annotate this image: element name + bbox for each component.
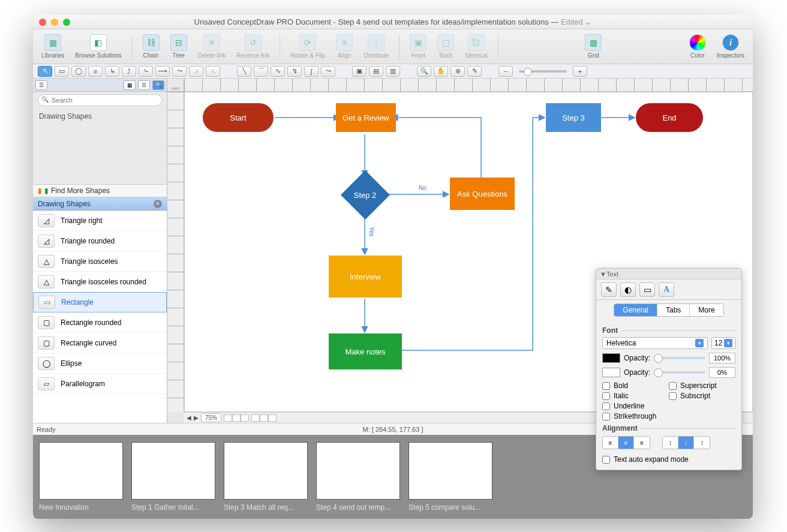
panel-search-toggle[interactable]: 🔍 xyxy=(152,80,164,90)
ellipse-tool[interactable]: ◯ xyxy=(71,66,86,77)
zoom-in-button[interactable]: + xyxy=(573,66,587,77)
node-ask[interactable]: Ask Questions xyxy=(450,178,515,210)
inspector-tab-line-icon[interactable]: ▭ xyxy=(639,282,655,297)
curve-tool[interactable]: ∿ xyxy=(271,66,285,77)
close-window-button[interactable] xyxy=(39,19,46,26)
shapes-search-input[interactable] xyxy=(38,94,162,106)
shape-item-triangle-isosceles-rounded[interactable]: △Triangle isosceles rounded xyxy=(33,272,167,292)
view-segments-2[interactable] xyxy=(251,414,277,422)
node-step2[interactable]: Step 2 xyxy=(341,170,390,220)
zoom-value[interactable]: 75% xyxy=(201,413,221,422)
arc-tool[interactable]: ⌒ xyxy=(254,66,268,77)
rotate-flip-button[interactable]: ⟳Rotate & Flip xyxy=(288,33,328,60)
bg-color-swatch[interactable] xyxy=(602,368,620,377)
node-start[interactable]: Start xyxy=(203,103,274,132)
find-more-shapes[interactable]: ▮▮ Find More Shapes xyxy=(33,184,167,197)
shape-item-rectangle[interactable]: ▭Rectangle xyxy=(33,292,167,312)
shape-item-triangle-rounded[interactable]: ◿Triangle rounded xyxy=(33,231,167,251)
italic-checkbox[interactable]: Italic xyxy=(602,392,669,400)
superscript-checkbox[interactable]: Superscript xyxy=(669,381,735,390)
page-thumb[interactable]: Step 4 send out temp... xyxy=(316,442,400,512)
eyedrop-tool[interactable]: ✎ xyxy=(467,66,482,77)
inspector-tab-fill-icon[interactable]: ✎ xyxy=(601,282,617,297)
opacity-slider-2[interactable] xyxy=(654,371,705,374)
connector-tool-5[interactable]: ⤳ xyxy=(172,66,187,77)
distribute-button[interactable]: ⋮Distribute xyxy=(361,33,391,60)
reverse-link-button[interactable]: ↺Reverse link xyxy=(234,33,272,60)
node-end[interactable]: End xyxy=(636,103,703,132)
zoom-tool[interactable]: 🔍 xyxy=(417,66,431,77)
underline-checkbox[interactable]: Underline xyxy=(602,402,669,410)
opacity-slider-1[interactable]: .op-slider:nth-of-type(1)::after{left:ca… xyxy=(654,357,705,359)
close-category-icon[interactable]: × xyxy=(154,200,162,208)
front-button[interactable]: ▣Front xyxy=(407,33,429,60)
connector-tool-3[interactable]: ⤷ xyxy=(139,66,153,77)
opacity-value-1[interactable]: 100% xyxy=(709,353,735,363)
zoom-slider[interactable] xyxy=(519,70,567,73)
bold-checkbox[interactable]: Bold xyxy=(602,381,669,390)
node-interview[interactable]: Interview xyxy=(329,256,402,297)
shape-item-triangle-isosceles[interactable]: △Triangle isosceles xyxy=(33,251,167,272)
stamp-tool[interactable]: ⊕ xyxy=(450,66,465,77)
libraries-button[interactable]: ▦Libraries xyxy=(39,33,67,60)
font-size-input[interactable]: 12▾ xyxy=(711,337,735,349)
node-review[interactable]: Get a Review xyxy=(336,103,396,132)
group-tool-3[interactable]: ▥ xyxy=(386,66,400,77)
shape-item-triangle-right[interactable]: ◿Triangle right xyxy=(33,211,167,231)
bezier-tool[interactable]: ⤳ xyxy=(321,66,335,77)
shape-item-parallelogram[interactable]: ▱Parallelogram xyxy=(33,374,167,394)
node-notes[interactable]: Make notes xyxy=(329,333,402,369)
panel-view-grid[interactable]: ▦ xyxy=(124,80,136,90)
delete-link-button[interactable]: ✕Delete link xyxy=(196,33,229,60)
shapes-category-header[interactable]: Drawing Shapes× xyxy=(33,197,167,211)
grid-button[interactable]: ▦Grid xyxy=(582,33,604,60)
color-button[interactable]: Color xyxy=(687,33,708,60)
group-tool-2[interactable]: ▤ xyxy=(369,66,383,77)
page-thumb[interactable]: Step 3 Match all req... xyxy=(224,442,308,512)
opacity-value-2[interactable]: 0% xyxy=(709,367,735,378)
zoom-out-button[interactable]: − xyxy=(498,66,513,77)
v-align-segment[interactable]: ⫶⫶⫶ xyxy=(662,436,710,449)
inspector-tab-shadow-icon[interactable]: ◐ xyxy=(620,282,636,297)
connector-tool-6[interactable]: ⟋ xyxy=(189,66,203,77)
group-tool-1[interactable]: ▣ xyxy=(352,66,367,77)
chain-button[interactable]: ⛓Chain xyxy=(140,33,162,60)
page-thumb[interactable]: Step 1 Gather inital... xyxy=(131,442,215,512)
text-inspector[interactable]: ▼Text ✎ ◐ ▭ A General Tabs More Font Hel… xyxy=(596,268,742,470)
line-tool[interactable]: ╲ xyxy=(237,66,251,77)
maximize-window-button[interactable] xyxy=(63,19,70,26)
panel-view-1[interactable]: ☰ xyxy=(35,80,47,90)
font-family-select[interactable]: Helvetica▾ xyxy=(602,337,708,349)
pan-tool[interactable]: ✋ xyxy=(434,66,448,77)
connector-tool-2[interactable]: ⤴ xyxy=(122,66,136,77)
shape-item-ellipse[interactable]: ◯Ellipse xyxy=(33,353,167,374)
subscript-checkbox[interactable]: Subscript xyxy=(669,392,735,400)
shape-item-rectangle-rounded[interactable]: ▢Rectangle rounded xyxy=(33,312,167,333)
page-thumb[interactable]: Step 5 compare solu... xyxy=(408,442,492,512)
connector-tool-7[interactable]: ⟍ xyxy=(206,66,220,77)
view-segments[interactable] xyxy=(224,414,249,422)
rect-tool[interactable]: ▭ xyxy=(55,66,69,77)
align-button[interactable]: ≡Align xyxy=(334,33,355,60)
node-step3[interactable]: Step 3 xyxy=(546,103,601,132)
auto-expand-checkbox[interactable]: Text auto expand mode xyxy=(602,455,735,464)
back-button[interactable]: ▢Back xyxy=(435,33,456,60)
inspector-subtabs[interactable]: General Tabs More xyxy=(614,303,723,317)
connector-tool-1[interactable]: ↳ xyxy=(105,66,119,77)
minimize-window-button[interactable] xyxy=(51,19,58,26)
nav-prev-icon[interactable]: ◀ xyxy=(187,414,191,421)
identical-button[interactable]: ⿻Identical xyxy=(462,33,489,60)
spline-tool[interactable]: ∫ xyxy=(304,66,319,77)
inspector-tab-text-icon[interactable]: A xyxy=(659,282,674,297)
text-color-swatch[interactable] xyxy=(602,353,620,363)
connector-tool-4[interactable]: ⟶ xyxy=(155,66,170,77)
shape-item-rectangle-curved[interactable]: ▢Rectangle curved xyxy=(33,333,167,353)
page-thumb[interactable]: New Innovation xyxy=(39,442,123,512)
text-tool[interactable]: ≡ xyxy=(88,66,103,77)
inspector-title[interactable]: ▼Text xyxy=(596,269,741,279)
h-align-segment[interactable]: ≡≡≡ xyxy=(602,436,650,449)
inspectors-button[interactable]: iInspectors xyxy=(714,33,747,60)
panel-view-list[interactable]: ☰ xyxy=(138,80,150,90)
polyline-tool[interactable]: ↯ xyxy=(287,66,302,77)
nav-next-icon[interactable]: ▶ xyxy=(194,414,199,421)
